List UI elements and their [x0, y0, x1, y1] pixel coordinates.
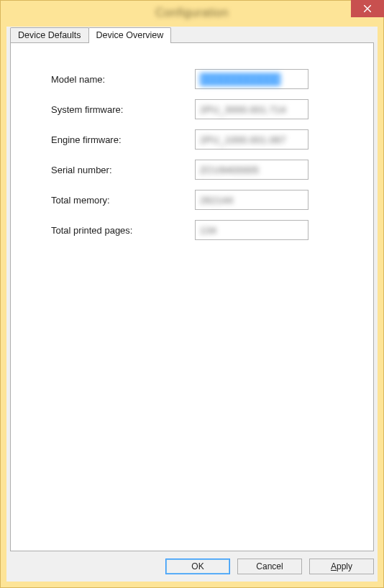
field-model[interactable]: XXXXXXXXXXXX — [195, 69, 308, 89]
close-icon — [364, 5, 371, 12]
tab-device-defaults[interactable]: Device Defaults — [10, 27, 89, 42]
label-system-firmware: System firmware: — [51, 104, 195, 115]
label-total-memory: Total memory: — [51, 195, 195, 206]
row-serial-number: Serial number: ZCU9400005 — [51, 160, 353, 180]
row-system-firmware: System firmware: 2PU_3000.001.714 — [51, 99, 353, 119]
field-system-firmware[interactable]: 2PU_3000.001.714 — [195, 99, 308, 119]
row-total-memory: Total memory: 262144 — [51, 190, 353, 210]
apply-button[interactable]: Apply — [309, 559, 374, 574]
label-total-pages: Total printed pages: — [51, 225, 195, 236]
label-engine-firmware: Engine firmware: — [51, 134, 195, 145]
field-total-pages[interactable]: 134 — [195, 220, 308, 240]
cancel-button[interactable]: Cancel — [237, 559, 302, 574]
ok-button[interactable]: OK — [165, 559, 230, 574]
close-button[interactable] — [351, 0, 384, 17]
field-total-memory[interactable]: 262144 — [195, 190, 308, 210]
tab-panel-overview: Model name: XXXXXXXXXXXX System firmware… — [10, 42, 374, 551]
label-model: Model name: — [51, 74, 195, 85]
dialog-footer: OK Cancel Apply — [10, 556, 374, 577]
window-title: Configuration — [155, 6, 229, 19]
tab-strip: Device Defaults Device Overview — [6, 27, 378, 42]
label-serial-number: Serial number: — [51, 165, 195, 175]
row-model: Model name: XXXXXXXXXXXX — [51, 69, 353, 89]
tab-device-overview[interactable]: Device Overview — [88, 27, 172, 43]
row-total-pages: Total printed pages: 134 — [51, 220, 353, 240]
field-engine-firmware[interactable]: 2PU_1000.001.067 — [195, 129, 308, 150]
title-bar[interactable]: Configuration — [1, 1, 383, 25]
field-serial-number[interactable]: ZCU9400005 — [195, 160, 308, 180]
config-dialog: Configuration Device Defaults Device Ove… — [0, 0, 384, 588]
client-area: Device Defaults Device Overview Model na… — [6, 27, 378, 582]
row-engine-firmware: Engine firmware: 2PU_1000.001.067 — [51, 129, 353, 150]
